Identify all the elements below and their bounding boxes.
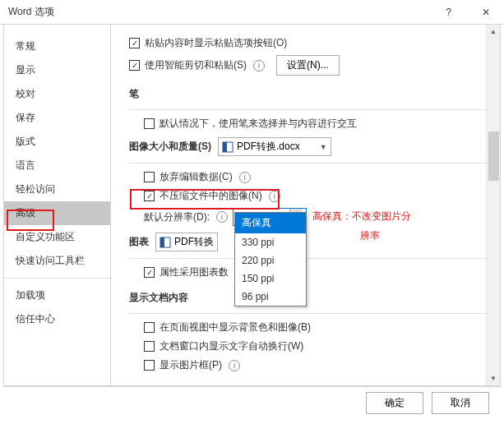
section-image: 图像大小和质量(S) [129,140,211,154]
window-title: Word 选项 [8,5,430,19]
label-discard-edit: 放弃编辑数据(C) [160,170,233,184]
checkbox-pen-default[interactable] [144,118,155,129]
svg-rect-3 [160,237,164,247]
sidebar-item-language[interactable]: 语言 [4,154,110,177]
chart-file-name: PDF转换 [174,235,214,249]
label-smart-cut: 使用智能剪切和粘贴(S) [145,58,247,72]
help-button[interactable]: ? [430,0,467,25]
checkbox-paste-opts[interactable] [129,38,140,48]
sidebar-item-ribbon[interactable]: 自定义功能区 [4,225,110,249]
cancel-button[interactable]: 取消 [432,392,489,414]
checkbox-smart-cut[interactable] [129,60,140,71]
ok-button[interactable]: 确定 [366,392,423,414]
sidebar-item-display[interactable]: 显示 [4,58,110,82]
scrollbar-vertical[interactable]: ▲ ▼ [486,25,500,385]
chevron-down-icon: ▼ [320,143,327,151]
sidebar-item-general[interactable]: 常规 [4,35,110,58]
info-icon[interactable]: i [229,360,240,371]
sidebar-item-addins[interactable]: 加载项 [4,283,110,307]
section-pen: 笔 [129,87,492,101]
file-combo-chart[interactable]: PDF转换 [155,233,218,251]
dropdown-option[interactable]: 96 ppi [235,288,306,306]
checkbox-discard-edit[interactable] [144,172,155,182]
word-doc-icon [222,141,234,153]
sidebar-item-trust[interactable]: 信任中心 [4,307,110,331]
settings-button[interactable]: 设置(N)... [276,55,340,76]
scroll-down-icon[interactable]: ▼ [487,371,500,385]
label-default-res: 默认分辨率(D): [144,210,210,224]
dropdown-option[interactable]: 150 ppi [235,270,306,288]
label-show-bg: 在页面视图中显示背景色和图像(B) [160,320,311,334]
label-paste-opts: 粘贴内容时显示粘贴选项按钮(O) [145,36,287,50]
dropdown-option[interactable]: 高保真 [235,213,306,233]
close-button[interactable]: ✕ [467,0,504,25]
checkbox-show-frame[interactable] [144,360,155,371]
label-chart-props: 属性采用图表数 [160,265,229,279]
sidebar-item-ease[interactable]: 轻松访问 [4,177,110,201]
sidebar-item-save[interactable]: 保存 [4,106,110,130]
info-icon[interactable]: i [239,172,251,183]
sidebar-item-advanced[interactable]: 高级 [4,201,110,225]
checkbox-wrap-text[interactable] [144,341,155,352]
section-doc-content: 显示文档内容 [129,291,492,305]
info-icon[interactable]: i [269,191,280,202]
sidebar-item-qat[interactable]: 快速访问工具栏 [4,249,110,273]
checkbox-chart-props[interactable] [144,267,155,278]
label-no-compress: 不压缩文件中的图像(N) [160,189,262,203]
dropdown-resolution[interactable]: 高保真 330 ppi 220 ppi 150 ppi 96 ppi [234,212,307,306]
sidebar-item-layout[interactable]: 版式 [4,130,110,154]
sidebar-item-proof[interactable]: 校对 [4,82,110,106]
info-icon[interactable]: i [253,60,265,71]
file-name: PDF转换.docx [237,140,300,154]
section-chart: 图表 [129,235,149,249]
label-wrap-text: 文档窗口内显示文字自动换行(W) [160,339,303,353]
info-icon[interactable]: i [216,211,228,223]
dropdown-option[interactable]: 220 ppi [235,251,306,270]
checkbox-show-bg[interactable] [144,322,155,333]
svg-rect-1 [223,142,227,152]
annotation-text: 高保真：不改变图片分 辨率 [312,205,411,245]
checkbox-no-compress[interactable] [144,191,155,201]
file-combo-image[interactable]: PDF转换.docx ▼ [218,137,331,156]
scroll-thumb[interactable] [488,131,499,181]
sidebar: 常规 显示 校对 保存 版式 语言 轻松访问 高级 自定义功能区 快速访问工具栏… [4,25,111,385]
label-show-frame: 显示图片框(P) [160,358,222,372]
scroll-up-icon[interactable]: ▲ [487,25,500,39]
dropdown-option[interactable]: 330 ppi [235,233,306,251]
word-doc-icon [160,237,171,248]
label-pen-default: 默认情况下，使用笔来选择并与内容进行交互 [160,117,357,131]
